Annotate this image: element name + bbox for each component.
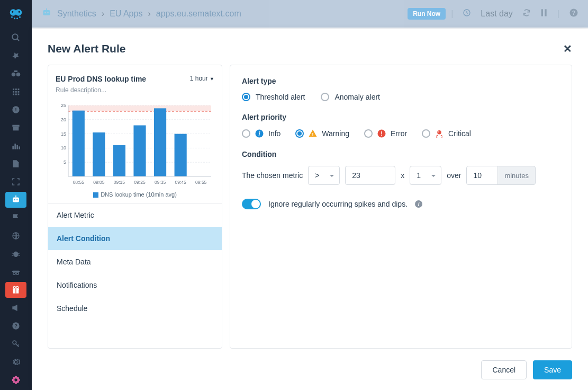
help-icon[interactable]: ? (5, 318, 26, 334)
svg-rect-65 (541, 9, 543, 16)
svg-rect-20 (15, 94, 17, 95)
svg-rect-25 (13, 127, 19, 131)
svg-rect-81 (73, 111, 85, 176)
chart-time-select[interactable]: 1 hour ▼ (190, 75, 214, 82)
svg-point-42 (16, 272, 19, 275)
svg-rect-26 (12, 146, 14, 149)
refresh-icon[interactable] (522, 8, 531, 19)
archive-icon[interactable] (5, 120, 26, 136)
chart: 51015202508:5509:0509:1509:2509:3509:450… (56, 102, 214, 187)
close-icon[interactable]: ✕ (563, 42, 572, 55)
globe-icon[interactable] (5, 228, 26, 244)
breadcrumb-separator: › (148, 9, 150, 19)
svg-text:!: ! (312, 132, 314, 137)
left-panel: EU Prod DNS lookup time 1 hour ▼ Rule de… (48, 65, 222, 349)
operator-select[interactable]: > (308, 166, 340, 185)
megaphone-icon[interactable] (5, 300, 26, 316)
priority-info[interactable]: i Info (242, 129, 281, 138)
svg-rect-15 (18, 88, 20, 90)
critical-icon (435, 129, 444, 138)
save-button[interactable]: Save (533, 360, 572, 379)
breadcrumb-separator: › (102, 9, 104, 19)
svg-point-103 (440, 131, 441, 132)
threshold-radio[interactable]: Threshold alert (242, 93, 305, 101)
fullscreen-icon[interactable] (5, 174, 26, 190)
cancel-button[interactable]: Cancel (481, 360, 527, 379)
rocket-icon[interactable] (5, 48, 26, 64)
duration-unit: minutes (497, 166, 536, 185)
multiplier-select[interactable]: 1 (410, 166, 441, 185)
svg-rect-89 (154, 108, 166, 176)
binoculars-icon[interactable] (5, 66, 26, 82)
svg-text:09:35: 09:35 (155, 180, 166, 185)
svg-text:!: ! (15, 107, 16, 112)
header: Synthetics › EU Apps › apps.eu.sematext.… (32, 0, 588, 28)
svg-text:25: 25 (61, 103, 66, 108)
header-robot-icon (41, 8, 52, 20)
threshold-input[interactable] (345, 166, 395, 185)
chart-description[interactable]: Rule description... (56, 86, 214, 94)
svg-text:09:25: 09:25 (134, 180, 146, 185)
anomaly-radio[interactable]: Anomaly alert (321, 93, 380, 101)
priority-error[interactable]: ! Error (364, 129, 407, 138)
svg-line-38 (18, 253, 20, 254)
nav-item-alert-metric[interactable]: Alert Metric (48, 203, 222, 227)
svg-rect-85 (113, 145, 125, 176)
info-tooltip-icon[interactable]: i (415, 200, 422, 208)
svg-point-36 (14, 252, 19, 258)
breadcrumb-1[interactable]: Synthetics (57, 9, 96, 19)
file-icon[interactable] (5, 156, 26, 172)
svg-point-8 (12, 34, 18, 40)
nav-item-alert-condition[interactable]: Alert Condition (48, 227, 222, 250)
svg-point-31 (14, 199, 15, 200)
breadcrumb-3[interactable]: apps.eu.sematext.com (156, 9, 241, 19)
svg-point-7 (19, 11, 20, 13)
warning-icon: ! (308, 129, 318, 138)
robot-icon[interactable] (5, 192, 26, 208)
ignore-spikes-toggle[interactable] (242, 199, 261, 209)
svg-rect-13 (13, 88, 14, 90)
bars-icon[interactable] (5, 138, 26, 154)
svg-point-5 (19, 16, 21, 18)
svg-rect-28 (16, 145, 18, 149)
chart-legend: DNS lookup time (10min avg) (56, 191, 214, 198)
gear-icon[interactable] (5, 354, 26, 370)
condition-text: The chosen metric (242, 171, 303, 180)
svg-point-11 (16, 73, 21, 77)
nav-item-meta-data[interactable]: Meta Data (48, 250, 222, 273)
svg-point-46 (13, 286, 15, 288)
help-circle-icon[interactable]: ? (569, 8, 578, 20)
svg-text:09:05: 09:05 (93, 180, 105, 185)
alert-type-label: Alert type (242, 77, 560, 85)
svg-text:08:55: 08:55 (73, 180, 85, 185)
modal: New Alert Rule ✕ EU Prod DNS lookup time… (32, 29, 588, 390)
logo-icon[interactable] (6, 4, 25, 23)
breadcrumb-2[interactable]: EU Apps (110, 9, 142, 19)
alert-icon[interactable]: ! (5, 102, 26, 118)
grid-icon[interactable] (5, 84, 26, 100)
svg-rect-29 (19, 146, 20, 149)
gift-icon[interactable] (5, 282, 26, 298)
svg-text:20: 20 (61, 117, 66, 122)
nav-item-notifications[interactable]: Notifications (48, 273, 222, 297)
svg-point-1 (15, 9, 22, 16)
bug-icon[interactable] (5, 246, 26, 262)
time-range[interactable]: Last day (481, 9, 512, 19)
svg-text:5: 5 (64, 159, 66, 165)
svg-rect-45 (15, 288, 16, 293)
nav-item-schedule[interactable]: Schedule (48, 297, 222, 320)
priority-warning[interactable]: ! Warning (295, 129, 349, 138)
over-label: over (447, 171, 461, 180)
search-icon[interactable] (5, 30, 26, 46)
svg-point-102 (438, 131, 439, 132)
run-now-button[interactable]: Run Now (408, 8, 446, 20)
clock-icon (463, 8, 471, 19)
incognito-icon[interactable] (5, 264, 26, 280)
pause-icon[interactable] (540, 8, 548, 19)
key-icon[interactable] (5, 336, 26, 352)
svg-rect-21 (18, 94, 20, 95)
priority-critical[interactable]: Critical (422, 129, 471, 138)
flower-icon[interactable] (5, 372, 26, 388)
flag-icon[interactable] (5, 210, 26, 226)
svg-text:09:45: 09:45 (175, 180, 187, 185)
